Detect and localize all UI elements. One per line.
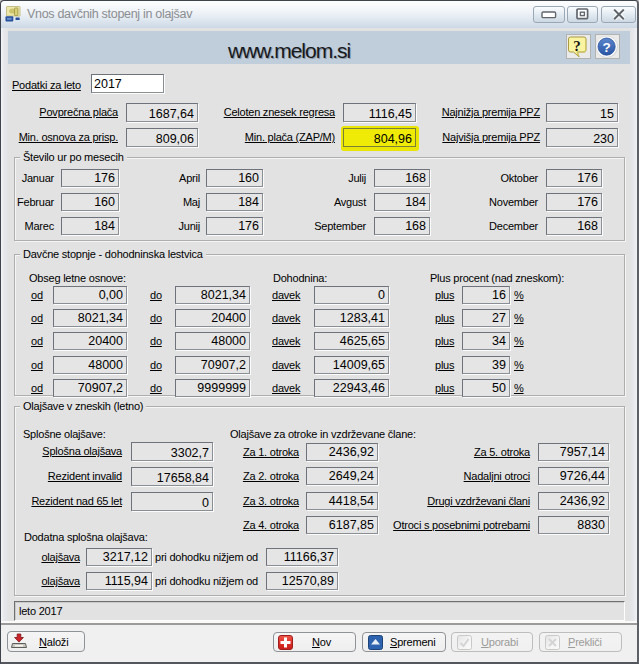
svg-text:?: ? — [602, 40, 610, 55]
svg-text:?: ? — [573, 38, 581, 54]
